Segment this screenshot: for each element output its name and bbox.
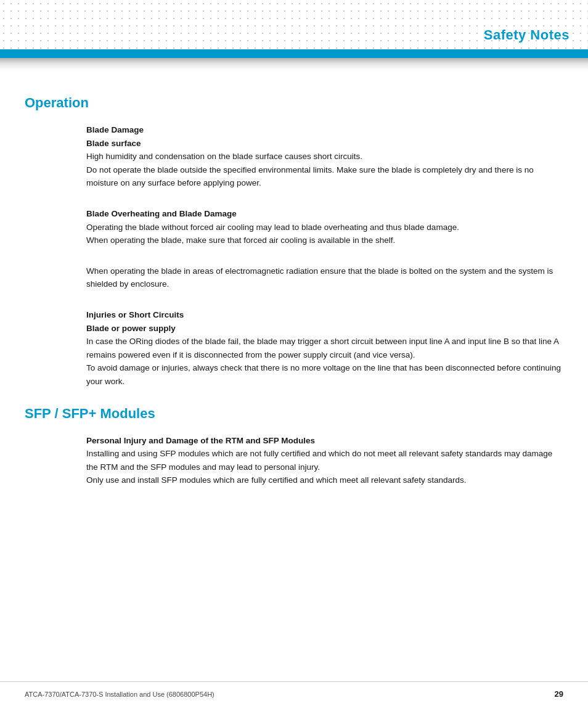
note-body-2: When operating the blade in areas of ele… <box>86 265 563 291</box>
header: Safety Notes <box>0 0 588 49</box>
footer-page-number: 29 <box>555 689 563 699</box>
note-body-0: High humidity and condensation on the bl… <box>86 150 563 190</box>
section-operation: Operation Blade Damage Blade surface Hig… <box>25 95 563 388</box>
note-subtitle-0: Blade surface <box>86 137 563 150</box>
note-electromagnetic: When operating the blade in areas of ele… <box>86 265 563 291</box>
page-title: Safety Notes <box>484 27 570 43</box>
note-blade-damage: Blade Damage Blade surface High humidity… <box>86 123 563 190</box>
footer-left-text: ATCA-7370/ATCA-7370-S Installation and U… <box>25 691 214 698</box>
main-content: Operation Blade Damage Blade surface Hig… <box>0 70 588 541</box>
section-heading-operation: Operation <box>25 95 563 111</box>
note-body-1: Operating the blade without forced air c… <box>86 221 563 247</box>
note-sfp-injury: Personal Injury and Damage of the RTM an… <box>86 434 563 487</box>
note-subtitle-3: Blade or power supply <box>86 322 563 335</box>
note-title-sfp-0: Personal Injury and Damage of the RTM an… <box>86 434 563 448</box>
blue-bar <box>0 49 588 58</box>
gray-bar <box>0 58 588 70</box>
section-heading-sfp: SFP / SFP+ Modules <box>25 406 563 422</box>
note-injuries: Injuries or Short Circuits Blade or powe… <box>86 308 563 388</box>
note-title-3: Injuries or Short Circuits <box>86 308 563 322</box>
footer: ATCA-7370/ATCA-7370-S Installation and U… <box>0 681 588 706</box>
note-body-sfp-0: Installing and using SFP modules which a… <box>86 447 563 487</box>
note-title-0: Blade Damage <box>86 123 563 137</box>
note-title-1: Blade Overheating and Blade Damage <box>86 207 563 221</box>
note-body-3: In case the ORing diodes of the blade fa… <box>86 335 563 388</box>
section-sfp: SFP / SFP+ Modules Personal Injury and D… <box>25 406 563 487</box>
note-blade-overheating: Blade Overheating and Blade Damage Opera… <box>86 207 563 247</box>
